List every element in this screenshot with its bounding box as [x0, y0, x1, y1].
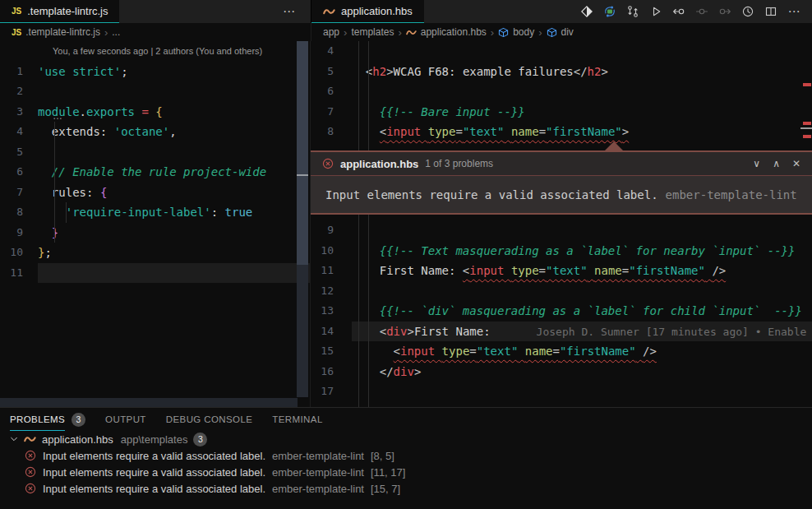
tab-terminal[interactable]: TERMINAL [272, 408, 322, 431]
horizontal-scrollbar[interactable] [0, 398, 298, 407]
code-line-17[interactable]: 17 [311, 382, 812, 402]
problem-position: [11, 17] [371, 466, 405, 479]
code-lines-left: 1'use strict';23module.exports = {4 exte… [0, 62, 310, 284]
peek-body[interactable]: Input elements require a valid associate… [311, 176, 812, 213]
js-icon: JS [12, 7, 21, 16]
overview-cursor-mark [800, 127, 812, 129]
problem-row[interactable]: Input elements require a valid associate… [0, 464, 812, 480]
line-number: 10 [311, 241, 352, 261]
problems-file-group[interactable]: application.hbs app\templates 3 [0, 431, 812, 447]
chevron-down-icon [10, 435, 18, 443]
gitlens-codelens[interactable]: You, a few seconds ago | 2 authors (You … [0, 41, 310, 62]
code-line-12[interactable]: 12 [311, 281, 812, 302]
code-line-15[interactable]: 15 <input type="text" name="firstName" /… [311, 341, 812, 362]
more-actions-icon[interactable]: ⋯ [782, 1, 805, 22]
editor-template-lintrc[interactable]: You, a few seconds ago | 2 authors (You … [0, 41, 311, 407]
tab-template-lintrc[interactable]: JS .template-lintrc.js [0, 0, 119, 23]
code-line-5[interactable]: 5 <h2>WCAG F68: example failures</h2> [311, 62, 812, 82]
code-line-11[interactable]: 11 First Name: <input type="text" name="… [311, 261, 812, 281]
bottom-panel: PROBLEMS 3 OUTPUT DEBUG CONSOLE TERMINAL… [0, 407, 812, 509]
breadcrumb-left: JS .template-lintrc.js › ... [0, 23, 311, 41]
run-icon[interactable] [644, 1, 667, 22]
breadcrumb-file[interactable]: .template-lintrc.js [25, 26, 100, 38]
nav-forward-icon[interactable] [713, 1, 736, 22]
code-line-4[interactable]: 4 [311, 41, 812, 62]
code-line-16[interactable]: 16 </div> [311, 362, 812, 382]
breadcrumb-application-hbs[interactable]: application.hbs [406, 26, 487, 38]
code-line-13[interactable]: 13 {{!-- `div` masquerading as a `label`… [311, 301, 812, 322]
code-line-8[interactable]: 8 <input type="text" name="firstName"> [311, 122, 812, 142]
indent-guide [54, 122, 55, 243]
tab-group-more-actions[interactable]: ⋯ [283, 0, 296, 23]
code-line-14[interactable]: 14 <div>First Name:Joseph D. Sumner [17 … [311, 322, 812, 342]
code-line-10[interactable]: 10 {{!-- Text masquerading as a `label` … [311, 241, 812, 261]
problems-file-name: application.hbs [42, 433, 113, 446]
tab-problems[interactable]: PROBLEMS 3 [10, 408, 85, 431]
symbol-element-icon [547, 27, 557, 38]
line-number: 13 [311, 301, 352, 322]
chevron-right-icon: › [104, 26, 108, 39]
line-number: 12 [311, 281, 352, 302]
line-number: 5 [311, 62, 352, 82]
line-number: 2 [0, 81, 38, 102]
peek-file-name: application.hbs [340, 158, 418, 170]
error-icon [25, 466, 36, 478]
overview-error-mark [803, 83, 811, 86]
tab-debug-console[interactable]: DEBUG CONSOLE [166, 408, 253, 431]
code-line-4[interactable]: 4 extends: 'octane', [0, 122, 310, 142]
peek-next-button[interactable]: ∨ [753, 158, 760, 169]
line-number: 7 [0, 183, 38, 203]
overview-ruler[interactable] [800, 41, 812, 407]
git-compare-icon[interactable] [621, 1, 644, 22]
problem-message: Input elements require a valid associate… [43, 466, 265, 479]
sync-colored-icon[interactable] [598, 1, 621, 22]
code-line-7[interactable]: 7 rules: { [0, 183, 310, 203]
line-number: 11 [0, 263, 38, 284]
code-line-8[interactable]: 8 'require-input-label': true [0, 202, 310, 223]
code-line-11[interactable]: 11 [0, 263, 310, 284]
peek-close-button[interactable]: ✕ [792, 158, 800, 169]
split-editor-icon[interactable] [759, 1, 782, 22]
ember-icon [24, 435, 36, 443]
breadcrumb-div[interactable]: div [547, 26, 574, 38]
indent-guide [368, 41, 369, 407]
fold-dots: … [53, 112, 62, 120]
nav-back-icon[interactable] [667, 1, 690, 22]
tab-output[interactable]: OUTPUT [105, 408, 146, 431]
problem-row[interactable]: Input elements require a valid associate… [0, 447, 812, 464]
code-line-10[interactable]: 10}; [0, 243, 310, 263]
code-line-9[interactable]: 9 } [0, 223, 310, 243]
tab-bar: JS .template-lintrc.js ⋯ application.hbs [0, 0, 812, 23]
peek-previous-button[interactable]: ∧ [773, 158, 780, 169]
problem-row[interactable]: Input elements require a valid associate… [0, 480, 812, 497]
code-line-9[interactable]: 9 [311, 220, 812, 241]
code-line-5[interactable]: 5 [0, 142, 310, 163]
format-diamond-icon[interactable] [575, 1, 598, 22]
line-number: 9 [0, 223, 38, 243]
timeline-icon[interactable] [736, 1, 759, 22]
line-number: 14 [311, 322, 352, 342]
editor-application-hbs[interactable]: 45 <h2>WCAG F68: example failures</h2>67… [311, 41, 812, 407]
nav-last-edit-icon[interactable] [690, 1, 713, 22]
line-number: 11 [311, 261, 352, 281]
peek-pointer-icon [605, 141, 623, 150]
line-number: 9 [311, 220, 352, 241]
code-line-3[interactable]: 3module.exports = { [0, 102, 310, 123]
code-line-7[interactable]: 7 {{!-- Bare input --}} [311, 102, 812, 123]
breadcrumb-more[interactable]: ... [112, 26, 120, 38]
breadcrumb-app[interactable]: app [323, 26, 339, 38]
panel-tabs: PROBLEMS 3 OUTPUT DEBUG CONSOLE TERMINAL [0, 408, 812, 431]
tab-application-hbs[interactable]: application.hbs [311, 0, 424, 23]
scrollbar-slider[interactable] [297, 41, 308, 265]
code-line-6[interactable]: 6 // Enable the rule project-wide [0, 162, 310, 183]
tab-title: application.hbs [341, 5, 413, 17]
code-line-2[interactable]: 2 [0, 81, 310, 102]
problem-source: ember-template-lint [272, 450, 364, 462]
breadcrumb-body[interactable]: body [498, 26, 534, 38]
code-line-6[interactable]: 6 [311, 81, 812, 102]
problem-source: ember-template-lint [272, 483, 364, 495]
line-number: 8 [311, 122, 352, 142]
breadcrumb-templates[interactable]: templates [351, 26, 394, 38]
vertical-scrollbar[interactable] [297, 41, 308, 407]
code-line-1[interactable]: 1'use strict'; [0, 62, 310, 82]
